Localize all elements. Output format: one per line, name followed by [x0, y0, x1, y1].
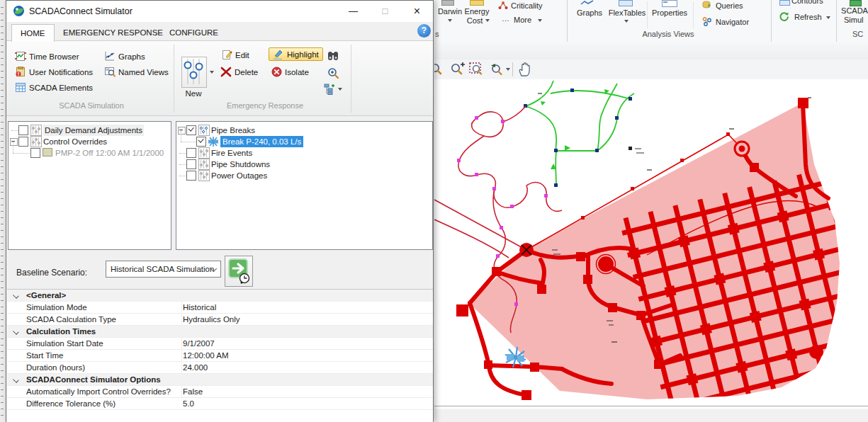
property-value[interactable]: 12:00:00 AM: [183, 350, 229, 362]
user-notifications-button[interactable]: User Notifications: [15, 67, 93, 77]
category-row-calculation-times[interactable]: Calculation Times: [7, 326, 433, 338]
tab-emergency-response[interactable]: EMERGENCY RESPONSE: [55, 24, 171, 41]
baseline-scenario-combo[interactable]: Historical SCADA Simulation: [106, 261, 221, 278]
break-p240-checkbox[interactable]: [196, 137, 206, 147]
property-row[interactable]: Duration (hours) 24.000: [7, 362, 433, 374]
control-overrides-checkbox[interactable]: [18, 137, 28, 147]
queries-button[interactable]: Queries: [716, 1, 743, 10]
navigator-button[interactable]: Navigator: [716, 18, 749, 26]
properties-icon: [662, 0, 677, 7]
flextables-dropdown-icon[interactable]: [624, 20, 629, 23]
collapse-chevron-icon[interactable]: [13, 292, 19, 299]
time-browser-button[interactable]: Time Browser: [15, 51, 79, 62]
close-button[interactable]: ×: [401, 1, 433, 21]
edit-button[interactable]: Edit: [222, 50, 249, 60]
category-row-general[interactable]: <General>: [7, 290, 433, 302]
property-row[interactable]: Automatically Import Control Overrides? …: [7, 386, 433, 398]
ribbon-item-separator: [647, 1, 648, 28]
refresh-dropdown-icon[interactable]: [826, 16, 830, 19]
edit-label: Edit: [235, 51, 249, 59]
tree-item-power-outages[interactable]: Power Outages: [176, 170, 432, 181]
tree-item-pmp2[interactable]: PMP-2 Off 12:00 AM 1/1/2000: [9, 147, 171, 159]
ribbon-group-separator: [567, 0, 568, 42]
property-value[interactable]: 9/1/2007: [183, 338, 215, 350]
tab-home[interactable]: HOME: [11, 24, 55, 42]
zoom-to-icon[interactable]: [327, 67, 339, 79]
properties-button[interactable]: Properties: [649, 8, 690, 17]
property-grid[interactable]: <General> Simulation Mode Historical SCA…: [7, 289, 433, 422]
scenario-tree[interactable]: Daily Demand Adjustments Control Overrid…: [8, 121, 171, 250]
pan-tool-icon[interactable]: [517, 62, 531, 77]
scada-simulator-button-line2[interactable]: Simul: [844, 16, 868, 24]
flextables-button[interactable]: FlexTables: [607, 8, 648, 17]
more-button[interactable]: More: [514, 16, 531, 24]
graphs-app-button[interactable]: Graphs: [574, 8, 605, 17]
pipe-breaks-checkbox[interactable]: [186, 125, 196, 135]
energy-dropdown-icon[interactable]: [485, 19, 490, 22]
daily-demand-checkbox[interactable]: [18, 125, 28, 135]
collapse-chevron-icon[interactable]: [13, 329, 19, 335]
criticality-button[interactable]: Criticality: [511, 1, 543, 10]
add-to-tree-dropdown-icon[interactable]: [338, 88, 342, 91]
scada-simulator-button[interactable]: SCADA: [841, 6, 868, 15]
collapse-icon[interactable]: [10, 138, 18, 146]
tree-item-daily-demand[interactable]: Daily Demand Adjustments: [9, 125, 171, 136]
property-row[interactable]: Simulation Mode Historical: [7, 302, 433, 314]
maximize-button[interactable]: □: [369, 1, 401, 21]
zoom-previous-tool-icon[interactable]: [488, 62, 504, 76]
property-value[interactable]: 5.0: [183, 398, 194, 410]
graphs-app-icon: [580, 0, 594, 5]
new-dropdown-icon[interactable]: [210, 71, 214, 74]
contours-button[interactable]: Contours: [791, 0, 828, 6]
refresh-button[interactable]: Refresh: [794, 13, 822, 21]
zoom-previous-dropdown-icon[interactable]: [506, 68, 510, 71]
darwin-dropdown-icon[interactable]: [448, 19, 452, 22]
property-value[interactable]: 24.000: [183, 362, 208, 374]
graphs-button[interactable]: Graphs: [104, 51, 145, 62]
property-value[interactable]: Hydraulics Only: [183, 314, 240, 326]
map-canvas[interactable]: [434, 79, 868, 406]
highlight-button[interactable]: Highlight: [269, 47, 323, 61]
collapse-icon[interactable]: [178, 127, 186, 135]
dialog-titlebar[interactable]: SCADAConnect Simulator — □ ×: [6, 1, 433, 22]
property-row[interactable]: Start Time 12:00:00 AM: [7, 350, 433, 362]
pipe-shutdowns-checkbox[interactable]: [186, 159, 196, 169]
tab-configure[interactable]: CONFIGURE: [161, 24, 227, 41]
delete-button[interactable]: Delete: [220, 67, 258, 77]
named-views-button[interactable]: Named Views: [104, 67, 169, 77]
tree-item-pipe-breaks[interactable]: Pipe Breaks: [176, 125, 432, 136]
highlight-icon: [273, 49, 284, 59]
tree-item-break-p240[interactable]: Break P-240, 0.03 L/s: [176, 136, 432, 147]
collapse-chevron-icon[interactable]: [13, 377, 19, 383]
property-row[interactable]: Difference Tolerance (%) 5.0: [7, 398, 433, 410]
property-value[interactable]: Historical: [183, 302, 216, 314]
compute-button[interactable]: [225, 256, 253, 287]
isolate-button[interactable]: Isolate: [271, 67, 309, 77]
power-outages-checkbox[interactable]: [186, 171, 196, 181]
minimize-button[interactable]: —: [337, 1, 369, 21]
zoom-tool-icon[interactable]: [434, 62, 443, 76]
energy-cost-button-line2[interactable]: Cost: [463, 16, 487, 25]
more-dropdown-icon[interactable]: [538, 19, 542, 22]
ribbon-group-separator: [771, 0, 772, 42]
tree-item-control-overrides[interactable]: Control Overrides: [9, 136, 171, 147]
find-icon[interactable]: [327, 50, 339, 61]
darwin-button[interactable]: Darwin: [436, 7, 464, 16]
scada-elements-button[interactable]: SCADA Elements: [15, 82, 93, 93]
new-button[interactable]: [181, 57, 207, 88]
property-value[interactable]: False: [183, 386, 203, 398]
help-button[interactable]: ?: [417, 24, 431, 38]
zoom-in-tool-icon[interactable]: [450, 62, 466, 76]
energy-cost-button[interactable]: Energy: [463, 7, 491, 16]
pmp2-checkbox[interactable]: [30, 148, 40, 158]
zoom-window-tool-icon[interactable]: [469, 62, 485, 76]
category-row-scadaconnect-options[interactable]: SCADAConnect Simulator Options: [7, 374, 433, 386]
property-row[interactable]: SCADA Calculation Type Hydraulics Only: [7, 314, 433, 326]
add-to-tree-icon[interactable]: [324, 84, 335, 95]
property-row[interactable]: Simulation Start Date 9/1/2007: [7, 338, 433, 350]
scada-simulator-icon: [850, 0, 862, 6]
tree-item-fire-events[interactable]: Fire Events: [176, 147, 432, 159]
fire-events-checkbox[interactable]: [186, 148, 196, 158]
emergency-events-tree[interactable]: Pipe Breaks Break P-240, 0.03 L/s Fire E…: [176, 121, 433, 250]
tree-item-pipe-shutdowns[interactable]: Pipe Shutdowns: [176, 159, 432, 170]
